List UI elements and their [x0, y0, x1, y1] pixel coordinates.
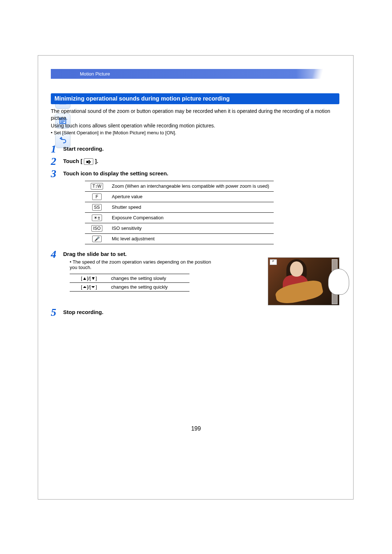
step-title: Start recording. [63, 146, 104, 152]
setting-desc: Mic level adjustment [109, 233, 274, 244]
touch-hand-icon [328, 269, 349, 295]
step-title-suffix: ]. [95, 158, 98, 164]
svg-rect-4 [86, 161, 88, 163]
step-title: Drag the slide bar to set. [63, 251, 127, 257]
step-title-prefix: Touch [ [63, 158, 82, 164]
page-number: 199 [0, 425, 392, 432]
step-title: Touch icon to display the setting screen… [63, 170, 168, 176]
table-row: T↕W Zoom (When an interchangeable lens c… [85, 181, 274, 191]
step-title: Stop recording. [63, 309, 103, 315]
svg-rect-5 [89, 160, 90, 164]
silent-touch-icon [84, 158, 93, 165]
slide-desc: changes the setting quickly [108, 282, 189, 291]
step-sub-bullet: • The speed of the zoom operation varies… [70, 259, 211, 270]
setting-desc: Zoom (When an interchangeable lens compa… [109, 181, 274, 191]
step-1: 1 Start recording. [51, 143, 339, 154]
shutter-icon: SS [92, 204, 102, 211]
step-2: 2 Touch [ ]. [51, 156, 339, 167]
step-number: 2 [51, 156, 63, 167]
breadcrumb: Motion Picture [51, 69, 339, 79]
aperture-icon: F [92, 194, 102, 200]
settings-table: T↕W Zoom (When an interchangeable lens c… [85, 181, 274, 244]
slide-speed-table: [▲]/[▼] changes the setting slowly [⏶]/[… [70, 274, 189, 292]
table-row: ☀± Exposure Compensation [85, 212, 274, 223]
step-number: 1 [51, 143, 63, 154]
step-3: 3 Touch icon to display the setting scre… [51, 168, 339, 244]
intro-paragraph-2: Using touch icons allows silent operatio… [51, 122, 339, 129]
slide-desc: changes the setting slowly [108, 274, 189, 282]
intro-bullet: • Set [Silent Operation] in the [Motion … [51, 130, 339, 135]
intro-paragraph-1: The operational sound of the zoom or but… [51, 108, 339, 122]
setting-desc: Exposure Compensation [109, 212, 274, 223]
step-number: 4 [51, 249, 63, 260]
slide-symbol: [▲]/[▼] [70, 274, 108, 282]
zoom-icon: T↕W [91, 183, 103, 190]
iso-icon: ISO [91, 225, 103, 232]
table-row: ISO ISO sensitivity [85, 223, 274, 233]
setting-desc: Shutter speed [109, 202, 274, 212]
table-row: [⏶]/[⏷] changes the setting quickly [70, 282, 189, 291]
step-4: 4 Drag the slide bar to set. • The speed… [51, 249, 339, 305]
svg-rect-6 [90, 161, 91, 163]
step-number: 5 [51, 307, 63, 318]
setting-desc: ISO sensitivity [109, 223, 274, 233]
slide-symbol: [⏶]/[⏷] [70, 282, 108, 291]
table-row: F Aperture value [85, 191, 274, 202]
table-row: 🎤 Mic level adjustment [85, 233, 274, 244]
exposure-comp-icon: ☀± [92, 215, 102, 221]
mode-badge: P [270, 259, 277, 265]
step-title: Touch [ ]. [63, 158, 98, 164]
setting-desc: Aperture value [109, 191, 274, 202]
step-number: 3 [51, 168, 63, 179]
step-5: 5 Stop recording. [51, 307, 339, 318]
example-screenshot: P [268, 257, 339, 305]
table-row: SS Shutter speed [85, 202, 274, 212]
mic-icon: 🎤 [92, 236, 102, 242]
section-heading: Minimizing operational sounds during mot… [51, 93, 339, 104]
table-row: [▲]/[▼] changes the setting slowly [70, 274, 189, 282]
